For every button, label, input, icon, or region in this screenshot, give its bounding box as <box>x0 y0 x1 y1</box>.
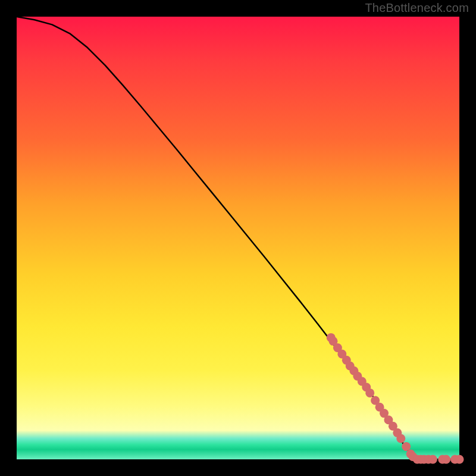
scatter-dot <box>402 442 411 451</box>
watermark-text: TheBottleneck.com <box>365 1 469 15</box>
plot-area <box>17 17 459 459</box>
scatter-dots <box>327 333 464 464</box>
scatter-dot <box>441 455 450 464</box>
scatter-dot <box>396 434 405 443</box>
chart-stage: TheBottleneck.com <box>0 0 476 476</box>
plot-svg <box>17 17 459 459</box>
scatter-dot <box>365 389 374 397</box>
bottleneck-curve <box>17 17 459 459</box>
scatter-dot <box>455 455 464 464</box>
scatter-dot <box>428 455 437 464</box>
